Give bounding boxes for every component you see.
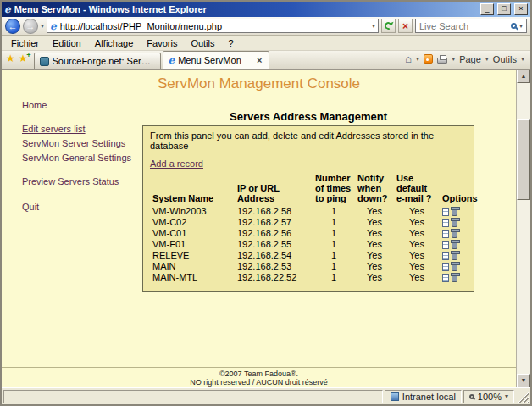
servers-panel: From this panel you can add, delete and … (142, 125, 474, 292)
tab-close-icon[interactable]: × (256, 55, 263, 65)
favorites-center-icon[interactable]: ★ (6, 53, 15, 64)
cell-email: Yes (394, 239, 440, 250)
page-title: ServMon Management Console (2, 75, 516, 92)
cell-ping: 1 (313, 250, 355, 261)
edit-record-icon[interactable] (442, 208, 449, 216)
home-dropdown-icon[interactable]: ▾ (416, 55, 419, 63)
cell-notify: Yes (355, 228, 394, 239)
sidebar-item-quit[interactable]: Quit (22, 200, 141, 214)
close-button[interactable]: × (514, 3, 528, 15)
vertical-scrollbar[interactable]: ▲ ▼ (516, 70, 530, 387)
menu-outils[interactable]: Outils (184, 36, 221, 50)
search-input[interactable] (419, 21, 508, 31)
col-notify: Notify when down? (355, 171, 394, 206)
back-button[interactable]: ← (5, 19, 20, 34)
sidebar-item-general-settings[interactable]: ServMon General Settings (22, 151, 141, 164)
address-bar[interactable]: e ▾ (47, 19, 379, 33)
search-dropdown-icon[interactable]: ▾ (519, 22, 523, 30)
servmon-page: ServMon Management Console Home Edit ser… (2, 70, 516, 387)
cell-ip: 192.168.2.57 (235, 217, 313, 228)
command-bar: ⌂ ▾ ▾ Page ▾ Outils ▾ (402, 51, 528, 69)
rss-feed-icon[interactable] (424, 54, 433, 64)
cell-notify: Yes (355, 206, 394, 217)
edit-record-icon[interactable] (442, 252, 449, 260)
stop-icon: × (402, 22, 408, 31)
cell-ping: 1 (313, 272, 355, 283)
search-box[interactable]: ▾ (415, 19, 527, 33)
delete-record-icon[interactable] (452, 242, 457, 249)
panel-description: From this panel you can add, delete and … (150, 131, 467, 151)
tools-dropdown-icon[interactable]: ▾ (521, 55, 524, 63)
table-row: VM-C01 192.168.2.56 1 Yes Yes (150, 228, 467, 239)
delete-record-icon[interactable] (452, 275, 457, 282)
cell-notify: Yes (355, 261, 394, 272)
cell-ip: 192.168.22.52 (235, 272, 313, 283)
delete-record-icon[interactable] (452, 253, 457, 260)
edit-record-icon[interactable] (442, 263, 449, 271)
tab-sourceforge[interactable]: SourceForge.net: Server St... (34, 53, 161, 69)
tools-menu-button[interactable]: Outils (493, 54, 517, 64)
edit-record-icon[interactable] (442, 219, 449, 227)
delete-record-icon[interactable] (452, 231, 457, 238)
maximize-button[interactable]: □ (497, 3, 511, 15)
menu-fichier[interactable]: Fichier (4, 36, 46, 50)
add-favorite-button[interactable]: ★ + (19, 53, 28, 64)
sourceforge-favicon-icon (40, 57, 49, 66)
table-row: VM-F01 192.168.2.55 1 Yes Yes (150, 239, 467, 250)
section-heading: Servers Address Management (142, 110, 474, 123)
edit-record-icon[interactable] (442, 241, 449, 249)
window-title: Menu ServMon - Windows Internet Explorer (14, 4, 477, 14)
minimize-button[interactable]: _ (480, 3, 494, 15)
main-area: Servers Address Management From this pan… (142, 110, 474, 292)
menu-help[interactable]: ? (222, 36, 241, 50)
zoom-control[interactable]: 100% ▾ (463, 390, 514, 403)
cell-email: Yes (394, 261, 440, 272)
cell-name: VM-C02 (150, 217, 235, 228)
tab-menu-servmon[interactable]: e Menu ServMon × (163, 51, 269, 69)
delete-record-icon[interactable] (452, 209, 457, 216)
edit-record-icon[interactable] (442, 274, 449, 282)
footer-copyright: ©2007 Team Fadoua®. (2, 370, 516, 378)
edit-record-icon[interactable] (442, 230, 449, 238)
forward-button[interactable]: → (23, 19, 38, 34)
cell-email: Yes (394, 250, 440, 261)
sidebar-item-server-settings[interactable]: ServMon Server Settings (22, 136, 141, 150)
security-zone-cell: Intranet local (385, 390, 462, 403)
sidebar-item-home[interactable]: Home (22, 98, 141, 112)
print-dropdown-icon[interactable]: ▾ (452, 55, 455, 63)
back-arrow-icon: ← (8, 21, 18, 31)
table-row: RELEVE 192.168.2.54 1 Yes Yes (150, 250, 467, 261)
print-icon[interactable] (437, 58, 447, 64)
table-row: VM-Win2003 192.168.2.58 1 Yes Yes (150, 206, 467, 217)
refresh-button[interactable] (381, 19, 396, 33)
cell-ip: 192.168.2.54 (235, 250, 313, 261)
add-favorite-plus-icon: + (26, 51, 30, 59)
resize-grip[interactable] (516, 390, 529, 403)
cell-ip: 192.168.2.55 (235, 239, 313, 250)
home-icon[interactable]: ⌂ (405, 53, 412, 64)
sidebar-item-edit-servers-list[interactable]: Edit servers list (22, 122, 141, 136)
page-dropdown-icon[interactable]: ▾ (485, 55, 489, 63)
page-favicon-icon: e (50, 21, 57, 31)
stop-button[interactable]: × (398, 19, 413, 33)
status-message-cell (3, 390, 383, 403)
address-input[interactable] (60, 21, 369, 31)
search-icon[interactable] (511, 23, 517, 29)
delete-record-icon[interactable] (452, 220, 457, 227)
menu-affichage[interactable]: Affichage (88, 36, 141, 50)
title-bar[interactable]: e Menu ServMon - Windows Internet Explor… (2, 2, 530, 17)
address-dropdown-icon[interactable]: ▾ (372, 22, 375, 30)
add-record-link[interactable]: Add a record (150, 159, 203, 169)
zoom-dropdown-icon[interactable]: ▾ (505, 392, 508, 400)
history-dropdown-icon[interactable]: ▾ (41, 22, 44, 30)
sidebar-item-preview-status[interactable]: Preview Servers Status (22, 175, 141, 188)
scrollbar-track[interactable] (517, 83, 530, 374)
delete-record-icon[interactable] (452, 264, 457, 271)
menu-edition[interactable]: Edition (46, 36, 88, 50)
scroll-down-icon[interactable]: ▼ (517, 374, 530, 387)
scroll-up-icon[interactable]: ▲ (517, 70, 530, 83)
scrollbar-thumb[interactable] (517, 119, 530, 200)
table-row: MAIN 192.168.2.53 1 Yes Yes (150, 261, 467, 272)
page-menu-button[interactable]: Page (459, 54, 481, 64)
menu-favoris[interactable]: Favoris (140, 36, 184, 50)
